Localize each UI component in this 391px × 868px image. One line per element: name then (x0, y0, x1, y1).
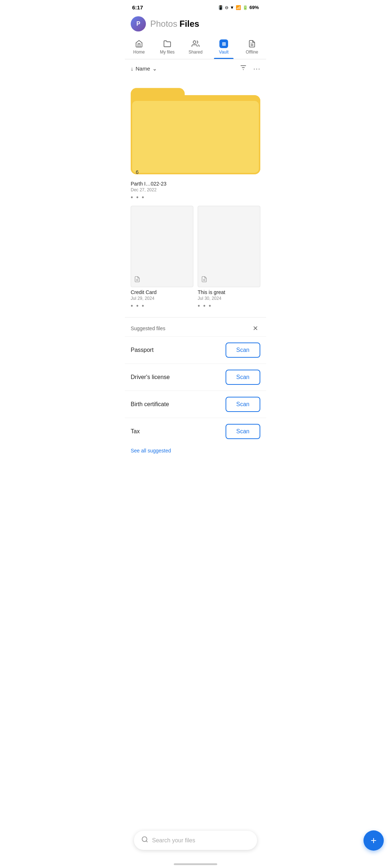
sort-name-button[interactable]: ↓ Name ⌄ (131, 65, 157, 72)
status-bar: 6:17 📳 ⊖ ▼ 📶 🔋 69% (125, 0, 266, 13)
doc-more-icon-1[interactable]: • • • (198, 302, 260, 310)
suggested-tax-label: Tax (131, 428, 140, 435)
tab-myfiles[interactable]: My files (153, 36, 181, 59)
header-photos-label[interactable]: Photos (150, 19, 177, 29)
suggested-item-passport: Passport Scan (125, 336, 266, 363)
tab-shared[interactable]: Shared (181, 36, 210, 59)
suggested-item-birth-certificate: Birth certificate Scan (125, 391, 266, 418)
status-icons: 📳 ⊖ ▼ 📶 🔋 69% (218, 5, 259, 10)
offline-label: Offline (246, 50, 258, 55)
scan-passport-button[interactable]: Scan (226, 342, 260, 358)
more-options-icon[interactable]: ⋯ (253, 64, 260, 73)
vault-icon: ⊞ (219, 39, 228, 48)
folder-date: Dec 27, 2022 (131, 187, 260, 192)
sort-bar: ↓ Name ⌄ ⋯ (125, 59, 266, 78)
doc-name-1: This is great (198, 289, 260, 295)
see-all-suggested-link[interactable]: See all suggested (125, 445, 266, 459)
scan-birth-certificate-button[interactable]: Scan (226, 397, 260, 412)
doc-date-1: Jul 30, 2024 (198, 296, 260, 301)
battery-level: 69% (249, 5, 259, 10)
status-time: 6:17 (132, 4, 143, 10)
sort-chevron-icon: ⌄ (152, 65, 157, 72)
myfiles-label: My files (160, 50, 175, 55)
sort-actions: ⋯ (239, 64, 260, 73)
sort-label: Name (136, 65, 150, 72)
sort-arrow-icon: ↓ (131, 65, 134, 72)
suggested-drivers-license-label: Driver's license (131, 374, 170, 380)
doc-preview-0 (131, 206, 193, 287)
header-files-label[interactable]: Files (180, 19, 199, 29)
avatar[interactable]: P (131, 16, 146, 31)
vault-label: Vault (219, 50, 228, 55)
shared-icon (191, 39, 200, 48)
doc-item-1[interactable]: This is great Jul 30, 2024 • • • (198, 206, 260, 310)
suggested-birth-certificate-label: Birth certificate (131, 401, 169, 408)
home-label: Home (133, 50, 145, 55)
tab-offline[interactable]: Offline (238, 36, 266, 59)
scan-drivers-license-button[interactable]: Scan (226, 370, 260, 385)
file-grid: 6 Parth I…022-23 Dec 27, 2022 • • • Cred… (125, 78, 266, 316)
header-title: Photos Files (150, 19, 199, 29)
home-icon (135, 39, 143, 48)
suggested-item-tax: Tax Scan (125, 418, 266, 445)
battery-icon: 🔋 (243, 5, 248, 10)
doc-file-icon-1 (201, 276, 207, 284)
offline-icon (248, 39, 256, 48)
folder-icon: 6 (131, 78, 260, 179)
wifi-icon: ▼ (230, 5, 234, 10)
folder-more-icon[interactable]: • • • (131, 194, 260, 201)
filter-icon[interactable] (239, 64, 247, 73)
folder-item[interactable]: 6 Parth I…022-23 Dec 27, 2022 • • • (131, 78, 260, 201)
folder-count: 6 (136, 169, 139, 175)
dnd-icon: ⊖ (225, 5, 228, 10)
suggested-header: Suggested files ✕ (125, 318, 266, 336)
close-suggested-button[interactable]: ✕ (250, 323, 260, 333)
doc-preview-1 (198, 206, 260, 287)
svg-rect-9 (132, 101, 259, 173)
suggested-passport-label: Passport (131, 347, 154, 353)
doc-date-0: Jul 29, 2024 (131, 296, 193, 301)
vibrate-icon: 📳 (218, 5, 223, 10)
scan-tax-button[interactable]: Scan (226, 424, 260, 439)
shared-label: Shared (189, 50, 203, 55)
signal-icon: 📶 (236, 5, 241, 10)
suggested-title: Suggested files (131, 326, 165, 331)
svg-point-0 (193, 41, 196, 43)
folder-name: Parth I…022-23 (131, 181, 260, 187)
myfiles-icon (163, 39, 172, 48)
doc-item-0[interactable]: Credit Card Jul 29, 2024 • • • (131, 206, 193, 310)
doc-more-icon-0[interactable]: • • • (131, 302, 193, 310)
suggested-section: Suggested files ✕ Passport Scan Driver's… (125, 317, 266, 459)
tab-home[interactable]: Home (125, 36, 153, 59)
tab-vault[interactable]: ⊞ Vault (210, 36, 238, 59)
doc-file-icon-0 (134, 276, 140, 284)
doc-name-0: Credit Card (131, 289, 193, 295)
header: P Photos Files (125, 13, 266, 36)
nav-tabs: Home My files Shared ⊞ Vault (125, 36, 266, 59)
suggested-item-drivers-license: Driver's license Scan (125, 363, 266, 391)
